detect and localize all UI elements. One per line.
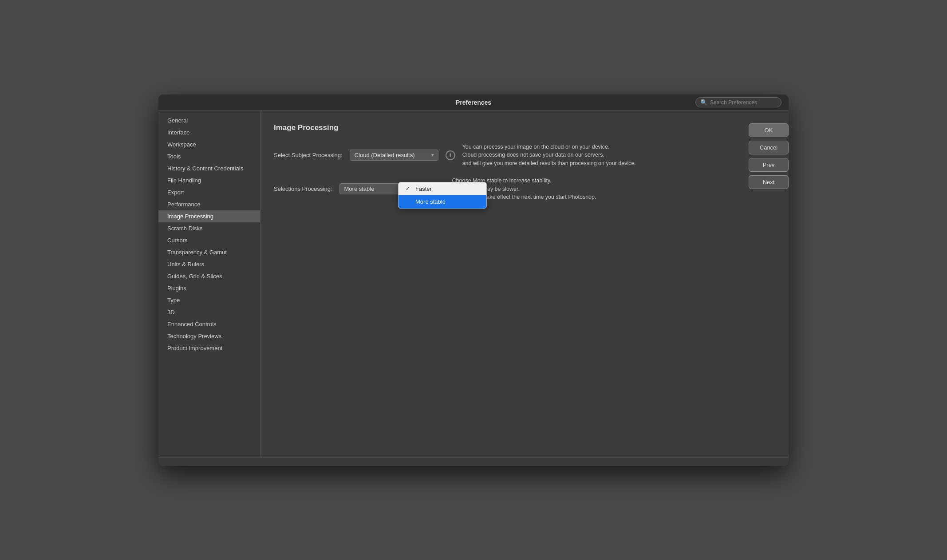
sidebar-item-general[interactable]: General [158, 114, 260, 126]
next-button[interactable]: Next [749, 175, 789, 189]
sidebar-item-technology-previews[interactable]: Technology Previews [158, 330, 260, 342]
title-bar: Preferences 🔍 [158, 95, 789, 111]
dropdown-item-faster[interactable]: ✓ Faster [399, 182, 486, 195]
sidebar-item-scratch-disks[interactable]: Scratch Disks [158, 222, 260, 234]
sidebar-item-type[interactable]: Type [158, 294, 260, 306]
dialog-footer [158, 457, 789, 466]
sidebar-item-workspace[interactable]: Workspace [158, 138, 260, 150]
subject-select-wrap[interactable]: Cloud (Detailed results) ▼ [350, 150, 438, 161]
cancel-button[interactable]: Cancel [749, 141, 789, 154]
selections-processing-row: Selections Processing: More stable ▼ i C… [274, 177, 775, 201]
sidebar-item-file-handling[interactable]: File Handling [158, 174, 260, 186]
main-content: Image Processing Select Subject Processi… [260, 111, 789, 457]
dropdown-item-more-stable-label: More stable [415, 198, 446, 205]
dropdown-item-faster-label: Faster [415, 185, 432, 192]
sidebar-item-tools[interactable]: Tools [158, 150, 260, 162]
dialog-title: Preferences [456, 99, 491, 106]
sidebar-item-interface[interactable]: Interface [158, 126, 260, 138]
search-icon: 🔍 [700, 99, 707, 106]
section-title: Image Processing [274, 123, 775, 132]
sidebar-item-export[interactable]: Export [158, 186, 260, 198]
dropdown-item-more-stable[interactable]: More stable [399, 195, 486, 208]
sidebar: GeneralInterfaceWorkspaceToolsHistory & … [158, 111, 260, 457]
check-icon: ✓ [406, 185, 412, 192]
subject-info-button[interactable]: i [446, 150, 455, 160]
preferences-dialog: Preferences 🔍 GeneralInterfaceWorkspaceT… [158, 95, 789, 466]
sidebar-item-3d[interactable]: 3D [158, 306, 260, 318]
sidebar-item-plugins[interactable]: Plugins [158, 282, 260, 294]
sidebar-item-guides--grid---slices[interactable]: Guides, Grid & Slices [158, 270, 260, 282]
dialog-body: GeneralInterfaceWorkspaceToolsHistory & … [158, 111, 789, 457]
sidebar-item-image-processing[interactable]: Image Processing [158, 210, 260, 222]
subject-info-text: You can process your image on the cloud … [462, 143, 636, 168]
dropdown-popup: ✓ Faster More stable [398, 182, 487, 209]
sidebar-item-performance[interactable]: Performance [158, 198, 260, 210]
subject-processing-row: Select Subject Processing: Cloud (Detail… [274, 143, 775, 168]
selections-label: Selections Processing: [274, 185, 332, 192]
prev-button[interactable]: Prev [749, 158, 789, 172]
sidebar-item-history---content-credentials[interactable]: History & Content Credentials [158, 162, 260, 174]
sidebar-item-product-improvement[interactable]: Product Improvement [158, 342, 260, 354]
action-buttons: OK Cancel Prev Next [749, 123, 789, 189]
search-box[interactable]: 🔍 [695, 97, 781, 107]
sidebar-item-enhanced-controls[interactable]: Enhanced Controls [158, 318, 260, 330]
search-input[interactable] [710, 99, 777, 106]
subject-label: Select Subject Processing: [274, 152, 343, 158]
subject-select[interactable]: Cloud (Detailed results) [350, 150, 438, 161]
ok-button[interactable]: OK [749, 123, 789, 137]
sidebar-item-units---rulers[interactable]: Units & Rulers [158, 258, 260, 270]
sidebar-item-cursors[interactable]: Cursors [158, 234, 260, 246]
sidebar-item-transparency---gamut[interactable]: Transparency & Gamut [158, 246, 260, 258]
